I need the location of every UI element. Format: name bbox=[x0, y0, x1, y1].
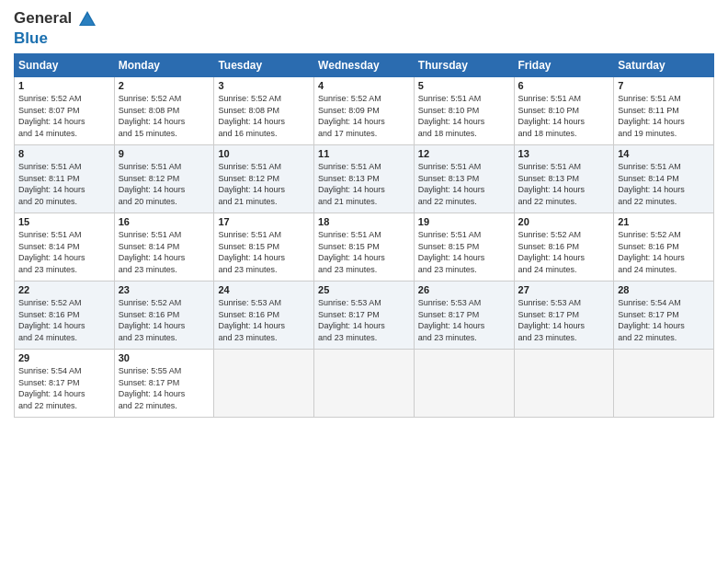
calendar-cell: 26Sunrise: 5:53 AM Sunset: 8:17 PM Dayli… bbox=[414, 282, 514, 350]
day-info: Sunrise: 5:51 AM Sunset: 8:14 PM Dayligh… bbox=[119, 229, 210, 275]
day-info: Sunrise: 5:51 AM Sunset: 8:15 PM Dayligh… bbox=[218, 229, 310, 275]
calendar-cell: 15Sunrise: 5:51 AM Sunset: 8:14 PM Dayli… bbox=[15, 213, 115, 282]
calendar-cell: 18Sunrise: 5:51 AM Sunset: 8:15 PM Dayli… bbox=[314, 213, 415, 282]
day-number: 27 bbox=[518, 284, 610, 295]
day-number: 4 bbox=[318, 80, 410, 91]
day-info: Sunrise: 5:51 AM Sunset: 8:12 PM Dayligh… bbox=[119, 161, 210, 207]
header-row: Sunday Monday Tuesday Wednesday Thursday… bbox=[15, 54, 714, 77]
day-info: Sunrise: 5:51 AM Sunset: 8:13 PM Dayligh… bbox=[518, 161, 610, 207]
day-number: 1 bbox=[18, 80, 110, 91]
calendar-cell: 8Sunrise: 5:51 AM Sunset: 8:11 PM Daylig… bbox=[15, 145, 115, 213]
day-info: Sunrise: 5:51 AM Sunset: 8:10 PM Dayligh… bbox=[418, 93, 510, 139]
day-number: 14 bbox=[618, 148, 710, 159]
day-info: Sunrise: 5:52 AM Sunset: 8:07 PM Dayligh… bbox=[18, 93, 110, 139]
col-tuesday: Tuesday bbox=[214, 54, 314, 77]
day-number: 26 bbox=[418, 284, 510, 295]
day-info: Sunrise: 5:55 AM Sunset: 8:17 PM Dayligh… bbox=[119, 365, 210, 411]
calendar-cell: 27Sunrise: 5:53 AM Sunset: 8:17 PM Dayli… bbox=[514, 282, 614, 350]
day-info: Sunrise: 5:52 AM Sunset: 8:09 PM Dayligh… bbox=[318, 93, 410, 139]
col-sunday: Sunday bbox=[15, 54, 115, 77]
day-info: Sunrise: 5:53 AM Sunset: 8:17 PM Dayligh… bbox=[418, 297, 510, 343]
calendar-cell bbox=[514, 350, 614, 418]
calendar-cell: 14Sunrise: 5:51 AM Sunset: 8:14 PM Dayli… bbox=[614, 145, 714, 213]
day-number: 9 bbox=[119, 148, 210, 159]
calendar-cell: 16Sunrise: 5:51 AM Sunset: 8:14 PM Dayli… bbox=[114, 213, 214, 282]
day-number: 20 bbox=[518, 216, 610, 227]
day-number: 6 bbox=[518, 80, 610, 91]
calendar-cell: 19Sunrise: 5:51 AM Sunset: 8:15 PM Dayli… bbox=[414, 213, 514, 282]
day-number: 15 bbox=[18, 216, 110, 227]
calendar-cell bbox=[414, 350, 514, 418]
logo-text: General Blue bbox=[14, 9, 98, 48]
day-info: Sunrise: 5:51 AM Sunset: 8:14 PM Dayligh… bbox=[618, 161, 710, 207]
calendar-cell: 21Sunrise: 5:52 AM Sunset: 8:16 PM Dayli… bbox=[614, 213, 714, 282]
day-info: Sunrise: 5:52 AM Sunset: 8:16 PM Dayligh… bbox=[119, 297, 210, 343]
calendar-cell: 7Sunrise: 5:51 AM Sunset: 8:11 PM Daylig… bbox=[614, 77, 714, 145]
header: General Blue bbox=[14, 9, 714, 48]
day-number: 28 bbox=[618, 284, 710, 295]
col-thursday: Thursday bbox=[414, 54, 514, 77]
calendar-week-2: 8Sunrise: 5:51 AM Sunset: 8:11 PM Daylig… bbox=[15, 145, 714, 213]
day-info: Sunrise: 5:52 AM Sunset: 8:16 PM Dayligh… bbox=[18, 297, 110, 343]
day-number: 25 bbox=[318, 284, 410, 295]
calendar-cell: 23Sunrise: 5:52 AM Sunset: 8:16 PM Dayli… bbox=[114, 282, 214, 350]
day-number: 21 bbox=[618, 216, 710, 227]
logo-blue: Blue bbox=[14, 29, 48, 47]
day-number: 8 bbox=[18, 148, 110, 159]
day-number: 2 bbox=[119, 80, 210, 91]
page: General Blue Sunday Monday Tuesday Wedne… bbox=[0, 0, 728, 563]
day-info: Sunrise: 5:52 AM Sunset: 8:08 PM Dayligh… bbox=[218, 93, 310, 139]
col-monday: Monday bbox=[114, 54, 214, 77]
col-wednesday: Wednesday bbox=[314, 54, 415, 77]
day-info: Sunrise: 5:53 AM Sunset: 8:17 PM Dayligh… bbox=[318, 297, 410, 343]
day-info: Sunrise: 5:51 AM Sunset: 8:11 PM Dayligh… bbox=[618, 93, 710, 139]
day-number: 5 bbox=[418, 80, 510, 91]
day-number: 10 bbox=[218, 148, 310, 159]
day-number: 29 bbox=[18, 352, 110, 363]
day-info: Sunrise: 5:53 AM Sunset: 8:16 PM Dayligh… bbox=[218, 297, 310, 343]
day-number: 12 bbox=[418, 148, 510, 159]
calendar-cell: 2Sunrise: 5:52 AM Sunset: 8:08 PM Daylig… bbox=[114, 77, 214, 145]
calendar-cell: 28Sunrise: 5:54 AM Sunset: 8:17 PM Dayli… bbox=[614, 282, 714, 350]
calendar-cell: 9Sunrise: 5:51 AM Sunset: 8:12 PM Daylig… bbox=[114, 145, 214, 213]
day-info: Sunrise: 5:51 AM Sunset: 8:13 PM Dayligh… bbox=[418, 161, 510, 207]
day-info: Sunrise: 5:52 AM Sunset: 8:08 PM Dayligh… bbox=[119, 93, 210, 139]
day-info: Sunrise: 5:54 AM Sunset: 8:17 PM Dayligh… bbox=[18, 365, 110, 411]
calendar-table: Sunday Monday Tuesday Wednesday Thursday… bbox=[14, 53, 714, 418]
calendar-cell: 25Sunrise: 5:53 AM Sunset: 8:17 PM Dayli… bbox=[314, 282, 415, 350]
calendar-week-3: 15Sunrise: 5:51 AM Sunset: 8:14 PM Dayli… bbox=[15, 213, 714, 282]
day-number: 24 bbox=[218, 284, 310, 295]
day-info: Sunrise: 5:54 AM Sunset: 8:17 PM Dayligh… bbox=[618, 297, 710, 343]
col-friday: Friday bbox=[514, 54, 614, 77]
calendar-cell: 12Sunrise: 5:51 AM Sunset: 8:13 PM Dayli… bbox=[414, 145, 514, 213]
day-info: Sunrise: 5:53 AM Sunset: 8:17 PM Dayligh… bbox=[518, 297, 610, 343]
calendar-cell: 5Sunrise: 5:51 AM Sunset: 8:10 PM Daylig… bbox=[414, 77, 514, 145]
day-info: Sunrise: 5:51 AM Sunset: 8:12 PM Dayligh… bbox=[218, 161, 310, 207]
calendar-cell: 3Sunrise: 5:52 AM Sunset: 8:08 PM Daylig… bbox=[214, 77, 314, 145]
calendar-week-1: 1Sunrise: 5:52 AM Sunset: 8:07 PM Daylig… bbox=[15, 77, 714, 145]
calendar-cell bbox=[614, 350, 714, 418]
calendar-cell: 17Sunrise: 5:51 AM Sunset: 8:15 PM Dayli… bbox=[214, 213, 314, 282]
calendar-cell: 30Sunrise: 5:55 AM Sunset: 8:17 PM Dayli… bbox=[114, 350, 214, 418]
calendar-cell: 6Sunrise: 5:51 AM Sunset: 8:10 PM Daylig… bbox=[514, 77, 614, 145]
calendar-cell bbox=[214, 350, 314, 418]
day-number: 22 bbox=[18, 284, 110, 295]
calendar-cell: 22Sunrise: 5:52 AM Sunset: 8:16 PM Dayli… bbox=[15, 282, 115, 350]
logo-general: General bbox=[14, 9, 72, 27]
col-saturday: Saturday bbox=[614, 54, 714, 77]
day-number: 17 bbox=[218, 216, 310, 227]
day-number: 11 bbox=[318, 148, 410, 159]
day-info: Sunrise: 5:51 AM Sunset: 8:14 PM Dayligh… bbox=[18, 229, 110, 275]
calendar-cell: 13Sunrise: 5:51 AM Sunset: 8:13 PM Dayli… bbox=[514, 145, 614, 213]
calendar-cell bbox=[314, 350, 415, 418]
day-info: Sunrise: 5:51 AM Sunset: 8:15 PM Dayligh… bbox=[418, 229, 510, 275]
calendar-cell: 24Sunrise: 5:53 AM Sunset: 8:16 PM Dayli… bbox=[214, 282, 314, 350]
calendar-week-4: 22Sunrise: 5:52 AM Sunset: 8:16 PM Dayli… bbox=[15, 282, 714, 350]
day-number: 18 bbox=[318, 216, 410, 227]
calendar-cell: 1Sunrise: 5:52 AM Sunset: 8:07 PM Daylig… bbox=[15, 77, 115, 145]
day-number: 23 bbox=[119, 284, 210, 295]
day-info: Sunrise: 5:51 AM Sunset: 8:10 PM Dayligh… bbox=[518, 93, 610, 139]
calendar-cell: 10Sunrise: 5:51 AM Sunset: 8:12 PM Dayli… bbox=[214, 145, 314, 213]
calendar-cell: 11Sunrise: 5:51 AM Sunset: 8:13 PM Dayli… bbox=[314, 145, 415, 213]
calendar-cell: 4Sunrise: 5:52 AM Sunset: 8:09 PM Daylig… bbox=[314, 77, 415, 145]
